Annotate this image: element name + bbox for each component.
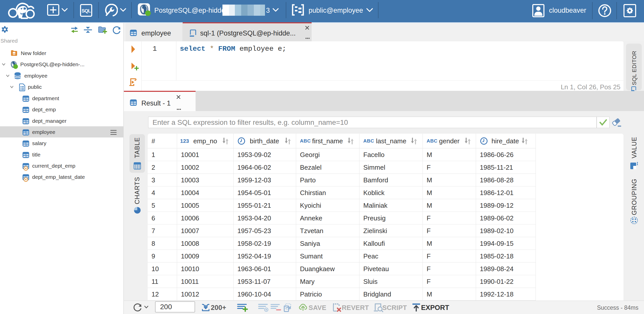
- svg-text:SQL: SQL: [82, 8, 91, 13]
